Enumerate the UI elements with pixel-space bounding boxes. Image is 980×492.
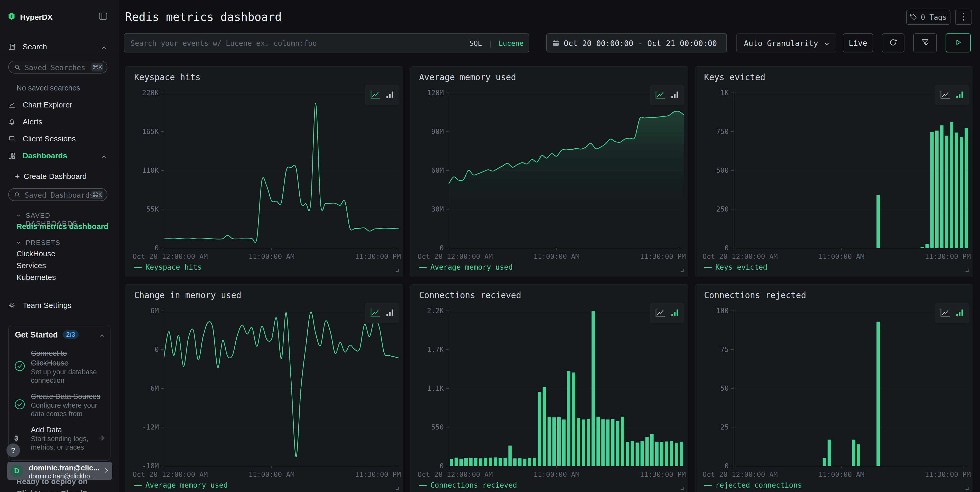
chart-title: Average memory used bbox=[419, 72, 516, 82]
svg-text:11:00:00 AM: 11:00:00 AM bbox=[818, 470, 864, 478]
sidebar-item-dashboards[interactable]: Dashboards bbox=[0, 150, 118, 162]
bar-chart-icon[interactable] bbox=[956, 309, 964, 317]
sidebar-item-label: Team Settings bbox=[22, 299, 72, 312]
brand-name: HyperDX bbox=[20, 13, 52, 22]
chevron-down-icon bbox=[16, 240, 21, 245]
bar-chart-icon[interactable] bbox=[386, 309, 394, 317]
refresh-button[interactable] bbox=[882, 33, 904, 53]
filter-edit-button[interactable] bbox=[913, 33, 937, 53]
svg-text:110K: 110K bbox=[142, 166, 159, 174]
svg-text:90M: 90M bbox=[431, 127, 444, 135]
get-started-item-title: Create Data Sources bbox=[31, 392, 105, 401]
resize-handle-icon[interactable] bbox=[679, 268, 684, 273]
granularity-select[interactable]: Auto Granularity bbox=[736, 33, 836, 53]
avatar: D bbox=[10, 465, 23, 477]
bar-chart-icon[interactable] bbox=[671, 91, 679, 99]
svg-text:11:00:00 AM: 11:00:00 AM bbox=[248, 252, 294, 260]
create-dashboard-label: Create Dashboard bbox=[24, 170, 87, 183]
line-chart-icon[interactable] bbox=[940, 309, 950, 317]
resize-handle-icon[interactable] bbox=[395, 486, 399, 491]
saved-searches-input[interactable]: Saved Searches ⌘K bbox=[8, 61, 107, 73]
tag-icon bbox=[910, 13, 917, 21]
sidebar-item-label: Alerts bbox=[22, 116, 42, 128]
legend-label: Connections recieved bbox=[430, 481, 517, 489]
tags-label: 0 Tags bbox=[921, 13, 947, 22]
dashboards-icon bbox=[8, 152, 16, 161]
svg-text:11:00:00 AM: 11:00:00 AM bbox=[533, 470, 579, 478]
saved-dashboards-input[interactable]: Saved Dashboards ⌘K bbox=[8, 188, 107, 201]
date-range-picker[interactable]: Oct 20 00:00:00 - Oct 21 00:00:00 bbox=[546, 33, 727, 53]
get-started-item-sources[interactable]: Create Data Sources Configure where your… bbox=[14, 392, 105, 418]
help-button[interactable]: ? bbox=[6, 443, 20, 457]
chart-type-toggle bbox=[935, 303, 969, 323]
get-started-item-connect[interactable]: Connect to ClickHouse Set up your databa… bbox=[14, 348, 105, 385]
chevron-down-icon bbox=[824, 41, 829, 46]
sidebar-item-alerts[interactable]: Alerts bbox=[0, 116, 118, 128]
legend-label: Keys evicted bbox=[715, 263, 767, 271]
user-menu[interactable]: D dominic.tran@clic... dominic.tran@clic… bbox=[7, 462, 112, 480]
step-number-badge: 3 bbox=[14, 435, 18, 442]
live-button[interactable]: Live bbox=[843, 33, 873, 53]
get-started-item-subtitle: Set up your database connection bbox=[31, 368, 105, 385]
line-chart-icon[interactable] bbox=[370, 91, 380, 99]
user-email: dominic.tran@clickho... bbox=[29, 473, 95, 480]
svg-text:165K: 165K bbox=[142, 127, 159, 135]
sidebar-item-label: Client Sessions bbox=[22, 133, 76, 145]
get-started-item-subtitle: Configure where your data comes from bbox=[31, 401, 105, 418]
sidebar-item-redis-dashboard[interactable]: Redis metrics dashboard bbox=[16, 222, 108, 231]
laptop-icon bbox=[8, 135, 16, 143]
svg-text:6M: 6M bbox=[150, 307, 159, 315]
sidebar-item-search[interactable]: Search bbox=[0, 41, 118, 53]
sidebar-item-client-sessions[interactable]: Client Sessions bbox=[0, 133, 118, 145]
tags-button[interactable]: 0 Tags bbox=[906, 10, 950, 25]
dashboard-menu-button[interactable] bbox=[955, 10, 972, 25]
plus-icon: + bbox=[15, 170, 20, 183]
chart-type-toggle bbox=[365, 84, 399, 105]
chart-legend: Keyspace hits bbox=[134, 263, 202, 271]
live-label: Live bbox=[849, 38, 867, 48]
run-query-button[interactable] bbox=[945, 33, 971, 53]
chart-canvas: 6M0-6M-12M-18MOct 20 12:00:00 AM11:00:00… bbox=[126, 285, 403, 492]
legend-label: rejected connections bbox=[715, 481, 802, 489]
bar-chart-icon[interactable] bbox=[671, 309, 679, 317]
user-name: dominic.tran@clic... bbox=[29, 464, 99, 472]
create-dashboard-button[interactable]: + Create Dashboard bbox=[0, 170, 118, 183]
resize-handle-icon[interactable] bbox=[395, 268, 399, 273]
get-started-item-title: Connect to ClickHouse bbox=[31, 348, 105, 368]
sidebar-item-clickhouse[interactable]: ClickHouse bbox=[16, 249, 56, 258]
line-chart-icon[interactable] bbox=[655, 309, 665, 317]
sidebar-item-kubernetes[interactable]: Kubernetes bbox=[16, 273, 56, 282]
line-chart-icon[interactable] bbox=[940, 91, 950, 99]
search-icon bbox=[14, 192, 21, 199]
resize-handle-icon[interactable] bbox=[964, 268, 969, 273]
legend-label: Average memory used bbox=[145, 481, 228, 489]
chart-legend: Connections recieved bbox=[419, 481, 517, 489]
divider bbox=[0, 54, 118, 54]
check-circle-icon bbox=[14, 361, 26, 373]
bar-chart-icon[interactable] bbox=[386, 91, 394, 99]
event-search-input[interactable]: Search your events w/ Lucene ex. column:… bbox=[124, 33, 529, 53]
sidebar-item-services[interactable]: Services bbox=[16, 261, 46, 270]
sidebar-item-chart-explorer[interactable]: Chart Explorer bbox=[0, 99, 118, 111]
chart-panel-connections-rejected: Connections rejected 1007550250Oct 20 12… bbox=[695, 284, 973, 492]
deploy-prompt-line2: ClickHouse Cloud? bbox=[16, 489, 87, 492]
line-chart-icon[interactable] bbox=[655, 91, 665, 99]
get-started-item-add-data[interactable]: 3 Add Data Start sending logs, metrics, … bbox=[14, 425, 105, 452]
get-started-progress-badge: 2/3 bbox=[63, 330, 79, 339]
chart-type-toggle bbox=[935, 84, 969, 105]
chart-canvas: 120M90M60M30M0Oct 20 12:00:00 AM11:00:00… bbox=[410, 67, 688, 277]
chevron-down-icon bbox=[16, 213, 21, 218]
sidebar-item-team-settings[interactable]: Team Settings bbox=[0, 299, 118, 312]
resize-handle-icon[interactable] bbox=[679, 486, 684, 491]
svg-text:Oct 20 12:00:00 AM: Oct 20 12:00:00 AM bbox=[703, 470, 778, 478]
chevron-up-icon[interactable] bbox=[100, 333, 104, 338]
lucene-toggle[interactable]: Lucene bbox=[498, 39, 523, 47]
resize-handle-icon[interactable] bbox=[964, 486, 969, 491]
sql-toggle[interactable]: SQL bbox=[469, 39, 482, 47]
line-chart-icon[interactable] bbox=[370, 309, 380, 317]
svg-text:0: 0 bbox=[440, 244, 444, 252]
svg-text:1K: 1K bbox=[720, 89, 729, 97]
sidebar-collapse-button[interactable] bbox=[99, 12, 107, 21]
bar-chart-icon[interactable] bbox=[956, 91, 964, 99]
chevron-up-icon bbox=[102, 46, 107, 50]
